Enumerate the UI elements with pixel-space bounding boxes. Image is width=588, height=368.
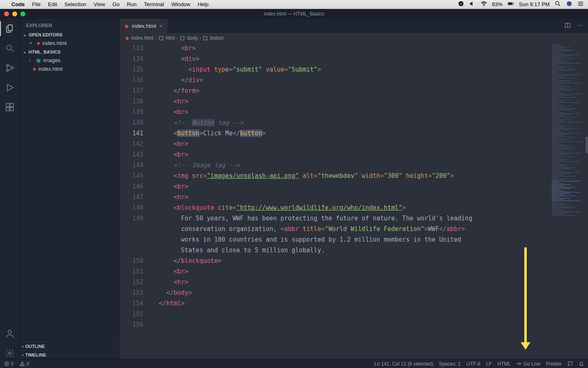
svg-line-12 <box>11 49 13 52</box>
explorer-icon[interactable] <box>4 23 16 34</box>
tree-file-index[interactable]: ◆ index.html <box>20 65 120 73</box>
extensions-icon[interactable] <box>4 101 16 113</box>
svg-point-22 <box>9 352 11 355</box>
menu-view[interactable]: View <box>94 1 105 7</box>
code-content[interactable]: <br> <div> <input type="submit" value="S… <box>151 43 549 359</box>
svg-point-25 <box>577 25 578 26</box>
open-editor-item[interactable]: × ◆ index.html <box>20 39 120 47</box>
svg-point-0 <box>459 1 463 6</box>
search-icon[interactable] <box>4 43 16 54</box>
wifi-icon[interactable] <box>481 0 487 8</box>
menu-selection[interactable]: Selection <box>65 1 86 7</box>
outline-label: OUTLINE <box>25 344 45 349</box>
macos-menubar: Code File Edit Selection View Go Run Ter… <box>0 0 588 9</box>
close-icon[interactable]: × <box>159 23 163 29</box>
menu-terminal[interactable]: Terminal <box>144 1 164 7</box>
menubar-clock[interactable]: Sun 9:17 PM <box>519 1 550 7</box>
svg-point-26 <box>579 25 580 26</box>
html-file-icon: ◆ <box>37 40 40 46</box>
menu-file[interactable]: File <box>32 1 41 7</box>
svg-point-36 <box>519 363 520 364</box>
status-warnings[interactable]: 0 <box>20 361 29 367</box>
timeline-header[interactable]: › TIMELINE <box>20 350 120 359</box>
status-feedback-icon[interactable] <box>568 361 573 366</box>
chevron-right-icon: › <box>29 58 33 63</box>
window-maximize-button[interactable] <box>20 11 25 16</box>
breadcrumb-body[interactable]: body <box>187 35 198 41</box>
minimap-viewport[interactable] <box>586 137 588 153</box>
window-close-button[interactable] <box>4 11 9 16</box>
sidebar-title: EXPLORER <box>20 19 120 30</box>
account-icon[interactable] <box>4 328 16 339</box>
outline-header[interactable]: › OUTLINE <box>20 342 120 350</box>
menu-edit[interactable]: Edit <box>48 1 57 7</box>
siri-icon[interactable] <box>566 0 572 8</box>
svg-rect-29 <box>181 36 185 40</box>
source-control-icon[interactable] <box>4 62 16 74</box>
more-actions-icon[interactable] <box>577 22 583 30</box>
status-cursor[interactable]: Ln 141, Col 12 (6 selected) <box>374 361 433 367</box>
folder-name: images <box>43 57 60 63</box>
svg-rect-30 <box>204 36 207 40</box>
status-language[interactable]: HTML <box>497 361 511 367</box>
svg-point-27 <box>581 25 582 26</box>
svg-point-15 <box>11 67 13 69</box>
chevron-right-icon: › <box>22 344 24 349</box>
minimap[interactable] <box>549 43 588 359</box>
status-spaces[interactable]: Spaces: 2 <box>439 361 461 367</box>
tab-index-html[interactable]: ◆ index.html × <box>120 19 168 33</box>
svg-rect-3 <box>508 3 512 5</box>
menu-go[interactable]: Go <box>112 1 119 7</box>
menubar-appname[interactable]: Code <box>11 1 25 7</box>
settings-gear-icon[interactable] <box>4 348 16 359</box>
workspace-label: HTML_BASICS <box>29 49 60 54</box>
menu-help[interactable]: Help <box>198 1 209 7</box>
status-golive[interactable]: Go Live <box>517 361 540 367</box>
svg-line-6 <box>559 4 560 6</box>
svg-rect-4 <box>513 3 514 4</box>
activity-bar <box>0 19 20 359</box>
breadcrumb-file-label[interactable]: index.html <box>131 35 154 41</box>
workspace-header[interactable]: ⌄ HTML_BASICS <box>20 47 120 56</box>
menu-window[interactable]: Window <box>172 1 190 7</box>
chevron-right-icon: › <box>22 352 24 357</box>
battery-percent: 83% <box>492 1 503 7</box>
html-file-icon: ◆ <box>33 66 36 72</box>
status-eol[interactable]: LF <box>486 361 492 367</box>
spotlight-icon[interactable] <box>555 0 561 8</box>
breadcrumb-button[interactable]: button <box>210 35 223 41</box>
html-file-icon: ◆ <box>125 23 129 29</box>
svg-point-5 <box>556 2 559 5</box>
svg-marker-16 <box>7 84 13 91</box>
open-editor-name: index.html <box>42 40 67 46</box>
tab-label: index.html <box>132 23 156 29</box>
breadcrumb[interactable]: ◆ index.html › html › body › button <box>120 33 588 43</box>
window-title: index.html — HTML_Basics <box>0 11 588 17</box>
window-minimize-button[interactable] <box>12 11 17 16</box>
volume-icon[interactable] <box>469 0 476 8</box>
split-editor-icon[interactable] <box>564 22 571 30</box>
do-not-disturb-icon[interactable] <box>458 0 464 8</box>
svg-point-7 <box>567 1 572 6</box>
open-editors-label: OPEN EDITORS <box>29 32 62 37</box>
status-bell-icon[interactable] <box>579 361 584 366</box>
close-icon[interactable]: × <box>29 40 34 46</box>
line-numbers: 1331341351361371381391401411421431441451… <box>120 43 151 359</box>
breadcrumb-html[interactable]: html <box>166 35 175 41</box>
run-debug-icon[interactable] <box>4 82 16 93</box>
status-errors[interactable]: 0 <box>4 361 14 367</box>
svg-point-14 <box>6 70 8 72</box>
status-encoding[interactable]: UTF-8 <box>466 361 480 367</box>
open-editors-header[interactable]: ⌄ OPEN EDITORS <box>20 30 120 39</box>
menu-run[interactable]: Run <box>127 1 137 7</box>
svg-rect-20 <box>10 108 13 111</box>
folder-icon: ▣ <box>36 57 41 63</box>
tree-folder-images[interactable]: › ▣ images <box>20 56 120 65</box>
control-center-icon[interactable] <box>577 0 584 8</box>
status-prettier[interactable]: Prettier <box>546 361 562 367</box>
code-editor[interactable]: 1331341351361371381391401411421431441451… <box>120 43 549 359</box>
battery-icon[interactable] <box>508 0 514 8</box>
svg-point-11 <box>7 45 11 50</box>
html-file-icon: ◆ <box>125 35 129 41</box>
editor-area: ◆ index.html × ◆ index.html › html › bod… <box>120 19 588 359</box>
